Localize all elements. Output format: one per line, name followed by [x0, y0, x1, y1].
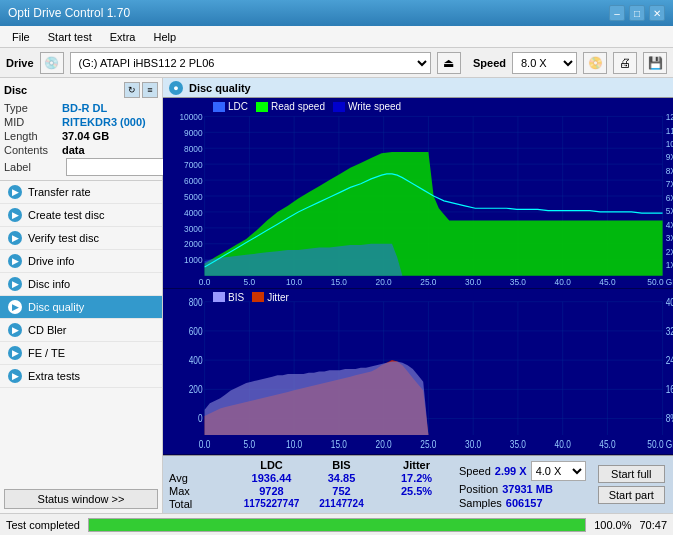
maximize-btn[interactable]: □ [629, 5, 645, 21]
svg-text:40.0: 40.0 [555, 277, 571, 288]
legend-write-speed-box [333, 102, 345, 112]
svg-text:6000: 6000 [184, 175, 202, 186]
stats-max-bis: 752 [309, 485, 374, 497]
drivebar: Drive 💿 (G:) ATAPI iHBS112 2 PL06 ⏏ Spee… [0, 48, 673, 78]
nav-drive-info[interactable]: ▶ Drive info [0, 250, 162, 273]
nav-icon-drive-info: ▶ [8, 254, 22, 268]
window-controls: – □ ✕ [609, 5, 665, 21]
stats-table: LDC BIS Jitter Avg 1936.44 34.85 17.2% M… [169, 459, 449, 510]
svg-text:4000: 4000 [184, 207, 202, 218]
stats-max-ldc: 9728 [234, 485, 309, 497]
nav-disc-quality[interactable]: ▶ Disc quality [0, 296, 162, 319]
minimize-btn[interactable]: – [609, 5, 625, 21]
start-full-btn[interactable]: Start full [598, 465, 665, 483]
legend-write-speed: Write speed [333, 101, 401, 112]
menu-help[interactable]: Help [145, 29, 184, 45]
disc-length-row: Length 37.04 GB [4, 130, 158, 142]
legend-bis: BIS [213, 292, 244, 303]
nav-icon-extra-tests: ▶ [8, 369, 22, 383]
drive-eject-icon[interactable]: 💿 [40, 52, 64, 74]
drive-select[interactable]: (G:) ATAPI iHBS112 2 PL06 [70, 52, 431, 74]
svg-text:2X: 2X [666, 246, 673, 257]
nav-fe-te[interactable]: ▶ FE / TE [0, 342, 162, 365]
nav-icon-disc-quality: ▶ [8, 300, 22, 314]
menubar: File Start test Extra Help [0, 26, 673, 48]
stats-speed-select[interactable]: 4.0 X [531, 461, 586, 481]
svg-text:10X: 10X [666, 138, 673, 149]
svg-text:5X: 5X [666, 206, 673, 217]
svg-text:50.0 GB: 50.0 GB [647, 277, 673, 288]
svg-text:32%: 32% [666, 326, 673, 337]
disc-contents-row: Contents data [4, 144, 158, 156]
disc-header-icons: ↻ ≡ [124, 82, 158, 98]
status-window-btn[interactable]: Status window >> [4, 489, 158, 509]
nav-transfer-rate[interactable]: ▶ Transfer rate [0, 181, 162, 204]
disc-mid-label: MID [4, 116, 62, 128]
nav-disc-info[interactable]: ▶ Disc info [0, 273, 162, 296]
nav-icon-fe-te: ▶ [8, 346, 22, 360]
svg-text:12X: 12X [666, 111, 673, 122]
sidebar: Disc ↻ ≡ Type BD-R DL MID RITEKDR3 (000)… [0, 78, 163, 513]
stats-avg-label: Avg [169, 472, 234, 484]
disc-label-row: Label 🔍 [4, 158, 158, 176]
speed-label: Speed [473, 57, 506, 69]
disc-contents-value: data [62, 144, 85, 156]
speed-select[interactable]: 8.0 X [512, 52, 577, 74]
chart1-svg: 10000 9000 8000 7000 6000 5000 4000 3000… [163, 98, 673, 288]
stats-total-row: Total 1175227747 21147724 [169, 498, 449, 510]
nav-extra-tests[interactable]: ▶ Extra tests [0, 365, 162, 388]
legend-jitter: Jitter [252, 292, 289, 303]
svg-text:25.0: 25.0 [420, 439, 436, 450]
svg-text:5000: 5000 [184, 191, 202, 202]
svg-text:3000: 3000 [184, 223, 202, 234]
nav-label-create-test-disc: Create test disc [28, 209, 104, 221]
disc-type-row: Type BD-R DL [4, 102, 158, 114]
legend-read-speed: Read speed [256, 101, 325, 112]
drive-action-icon[interactable]: ⏏ [437, 52, 461, 74]
disc-quality-header: ● Disc quality [163, 78, 673, 98]
stats-max-row: Max 9728 752 25.5% [169, 485, 449, 497]
nav-label-transfer-rate: Transfer rate [28, 186, 91, 198]
stats-avg-bis: 34.85 [309, 472, 374, 484]
nav-cd-bler[interactable]: ▶ CD Bler [0, 319, 162, 342]
menu-extra[interactable]: Extra [102, 29, 144, 45]
disc-label-input[interactable] [66, 158, 166, 176]
svg-text:4X: 4X [666, 219, 673, 230]
stats-samples-row: Samples 606157 [459, 497, 586, 509]
start-part-btn[interactable]: Start part [598, 486, 665, 504]
disc-mid-row: MID RITEKDR3 (000) [4, 116, 158, 128]
stats-spacer3 [374, 485, 384, 497]
progress-bar-container [88, 518, 586, 532]
main-layout: Disc ↻ ≡ Type BD-R DL MID RITEKDR3 (000)… [0, 78, 673, 513]
nav-create-test-disc[interactable]: ▶ Create test disc [0, 204, 162, 227]
stats-ldc-header: LDC [234, 459, 309, 471]
drive-icon2[interactable]: 🖨 [613, 52, 637, 74]
svg-text:1X: 1X [666, 260, 673, 271]
menu-start-test[interactable]: Start test [40, 29, 100, 45]
legend-write-speed-label: Write speed [348, 101, 401, 112]
disc-mid-value: RITEKDR3 (000) [62, 116, 146, 128]
nav-verify-test-disc[interactable]: ▶ Verify test disc [0, 227, 162, 250]
drive-save-icon[interactable]: 💾 [643, 52, 667, 74]
disc-icon1[interactable]: ↻ [124, 82, 140, 98]
stats-speed-label: Speed [459, 465, 491, 477]
svg-text:40%: 40% [666, 297, 673, 308]
disc-contents-label: Contents [4, 144, 62, 156]
menu-file[interactable]: File [4, 29, 38, 45]
stats-avg-ldc: 1936.44 [234, 472, 309, 484]
chart1-container: LDC Read speed Write speed [163, 98, 673, 289]
action-buttons: Start full Start part [598, 465, 665, 504]
close-btn[interactable]: ✕ [649, 5, 665, 21]
svg-text:30.0: 30.0 [465, 439, 481, 450]
chart2-legend: BIS Jitter [213, 292, 289, 303]
disc-length-label: Length [4, 130, 62, 142]
stats-total-ldc: 1175227747 [234, 498, 309, 510]
disc-icon2[interactable]: ≡ [142, 82, 158, 98]
svg-text:6X: 6X [666, 192, 673, 203]
svg-text:35.0: 35.0 [510, 277, 526, 288]
time-text: 70:47 [639, 519, 667, 531]
stats-max-jitter: 25.5% [384, 485, 449, 497]
nav-label-disc-quality: Disc quality [28, 301, 84, 313]
disc-label-label: Label [4, 161, 62, 173]
drive-icon1[interactable]: 📀 [583, 52, 607, 74]
